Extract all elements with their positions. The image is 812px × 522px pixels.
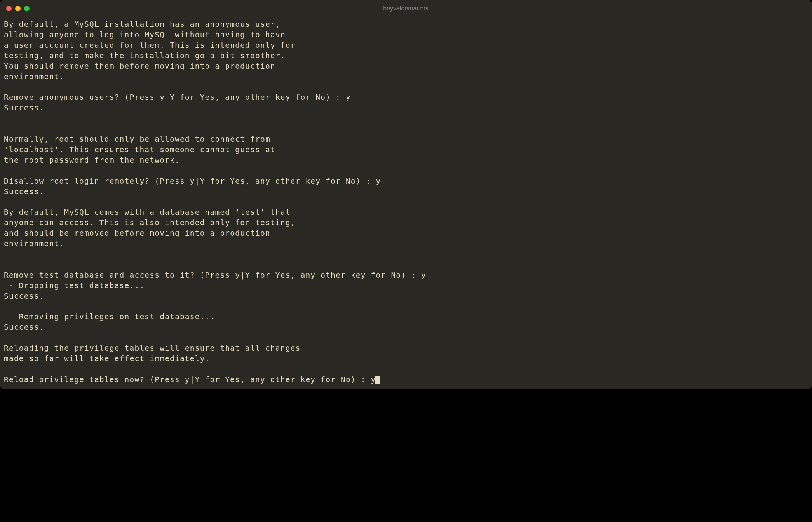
- terminal-output: By default, a MySQL installation has an …: [4, 20, 426, 384]
- window-title: heyvaldemar.net: [383, 5, 429, 12]
- minimize-icon[interactable]: [15, 6, 21, 11]
- maximize-icon[interactable]: [24, 6, 30, 11]
- cursor-icon: [375, 376, 380, 384]
- terminal-content[interactable]: By default, a MySQL installation has an …: [0, 17, 812, 389]
- terminal-window: heyvaldemar.net By default, a MySQL inst…: [0, 0, 812, 389]
- title-bar: heyvaldemar.net: [0, 0, 812, 17]
- traffic-lights: [6, 6, 30, 11]
- close-icon[interactable]: [6, 6, 12, 11]
